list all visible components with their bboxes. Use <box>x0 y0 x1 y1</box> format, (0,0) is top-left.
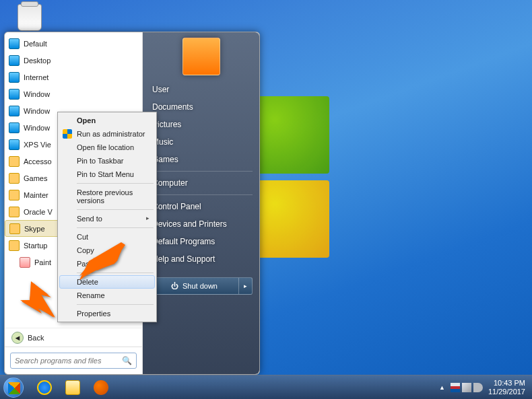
start-menu-item-desktop[interactable]: Desktop <box>5 52 142 69</box>
folder-icon <box>9 240 20 251</box>
ctx-run-as-administrator[interactable]: Run as administrator <box>59 127 155 141</box>
search-icon: 🔍 <box>122 356 132 365</box>
context-menu: OpenRun as administratorOpen file locati… <box>57 112 157 322</box>
separator <box>149 171 253 172</box>
start-menu-right-list: UserDocumentsPicturesMusicGamesComputerC… <box>143 81 259 268</box>
desktop: Recycle Bin Skype DefaultDesktopInternet… <box>0 0 532 399</box>
shutdown-options-arrow[interactable]: ▸ <box>239 277 253 295</box>
user-picture[interactable] <box>182 38 220 75</box>
folder-icon <box>9 173 20 184</box>
explorer-icon <box>65 380 80 395</box>
shutdown-button[interactable]: ⏻ Shut down <box>149 277 239 295</box>
ctx-rename[interactable]: Rename <box>59 289 155 302</box>
annotation-arrow-delete <box>79 242 127 283</box>
start-menu-item-internet[interactable]: Internet <box>5 69 142 85</box>
ctx-cut[interactable]: Cut <box>59 230 155 244</box>
system-tray: ▲ 10:43 PM 11/29/2017 <box>439 379 532 395</box>
start-menu-item-label: Startup <box>24 242 47 250</box>
ctx-send-to[interactable]: Send to <box>59 212 155 225</box>
start-right-computer[interactable]: Computer <box>143 174 259 192</box>
start-menu-item-label: Window <box>24 124 50 132</box>
paint-icon <box>20 257 30 268</box>
start-right-control-panel[interactable]: Control Panel <box>143 198 259 215</box>
ctx-restore-previous-versions[interactable]: Restore previous versions <box>59 186 155 207</box>
start-menu-item-window[interactable]: Window <box>5 85 142 102</box>
taskbar-explorer[interactable] <box>59 377 86 398</box>
tray-expand-arrow[interactable]: ▲ <box>439 384 445 391</box>
shortcut-icon <box>9 139 20 150</box>
start-menu-item-label: Skype <box>24 225 45 233</box>
clock-date: 11/29/2017 <box>488 388 525 396</box>
start-menu-item-label: XPS Vie <box>24 141 51 149</box>
action-center-icon[interactable] <box>451 383 460 392</box>
back-arrow-icon: ◄ <box>11 332 24 344</box>
start-menu-item-label: Paint <box>34 258 51 266</box>
start-menu-item-default[interactable]: Default <box>5 35 142 52</box>
start-right-games[interactable]: Games <box>143 151 259 168</box>
clock-time: 10:43 PM <box>488 379 525 387</box>
svg-marker-7 <box>20 283 54 318</box>
start-menu-back[interactable]: ◄ Back <box>5 328 142 347</box>
start-menu-right-pane: UserDocumentsPicturesMusicGamesComputerC… <box>143 32 259 374</box>
ie-icon <box>37 380 52 395</box>
windows-orb-icon <box>3 377 24 398</box>
start-right-default-programs[interactable]: Default Programs <box>143 233 259 250</box>
taskbar-clock[interactable]: 10:43 PM 11/29/2017 <box>488 379 525 395</box>
taskbar-media-player[interactable] <box>88 377 114 398</box>
start-right-documents[interactable]: Documents <box>143 98 259 116</box>
uac-shield-icon <box>63 129 72 139</box>
media-player-icon <box>94 380 108 395</box>
start-right-help-and-support[interactable]: Help and Support <box>143 250 259 268</box>
taskbar: ▲ 10:43 PM 11/29/2017 <box>0 375 532 399</box>
start-menu-item-label: Oracle V <box>24 208 53 216</box>
start-menu-item-label: Window <box>24 90 50 98</box>
folder-icon <box>9 223 20 234</box>
shortcut-icon <box>9 55 20 66</box>
folder-icon <box>9 207 20 217</box>
start-right-pictures[interactable]: Pictures <box>143 116 259 133</box>
start-right-music[interactable]: Music <box>143 133 259 151</box>
start-button[interactable] <box>0 375 27 400</box>
recycle-bin-icon <box>18 4 42 31</box>
start-menu-item-label: Mainter <box>24 191 48 199</box>
start-menu-item-label: Internet <box>24 73 48 81</box>
shortcut-icon <box>9 89 20 100</box>
start-menu-item-label: Window <box>24 107 50 115</box>
ctx-pin-to-start-menu[interactable]: Pin to Start Menu <box>59 168 155 181</box>
back-label: Back <box>28 334 44 342</box>
separator <box>77 304 154 305</box>
shortcut-icon <box>9 122 20 133</box>
start-menu-item-label: Desktop <box>24 57 51 65</box>
separator <box>77 227 154 228</box>
folder-icon <box>9 156 20 167</box>
power-icon: ⏻ <box>171 282 178 290</box>
separator <box>77 209 154 210</box>
search-input[interactable] <box>15 357 122 365</box>
shutdown-label: Shut down <box>182 282 218 290</box>
start-right-devices-and-printers[interactable]: Devices and Printers <box>143 215 259 233</box>
separator <box>149 194 253 195</box>
taskbar-ie[interactable] <box>31 377 58 398</box>
start-menu-item-label: Accesso <box>24 157 52 166</box>
start-menu-search-area: 🔍 <box>5 347 142 374</box>
shortcut-icon <box>9 38 20 49</box>
start-menu-item-label: Games <box>24 174 47 182</box>
separator <box>77 183 154 184</box>
start-right-user[interactable]: User <box>143 81 259 98</box>
annotation-arrow-item <box>11 281 58 322</box>
ctx-properties[interactable]: Properties <box>59 307 155 320</box>
ctx-open[interactable]: Open <box>59 114 155 127</box>
shortcut-icon <box>9 72 20 83</box>
sound-icon[interactable] <box>473 383 483 392</box>
shortcut-icon <box>9 106 20 116</box>
start-menu-item-label: Default <box>24 40 47 48</box>
ctx-open-file-location[interactable]: Open file location <box>59 141 155 154</box>
folder-icon <box>9 190 20 201</box>
network-icon[interactable] <box>462 383 471 392</box>
ctx-pin-to-taskbar[interactable]: Pin to Taskbar <box>59 154 155 168</box>
